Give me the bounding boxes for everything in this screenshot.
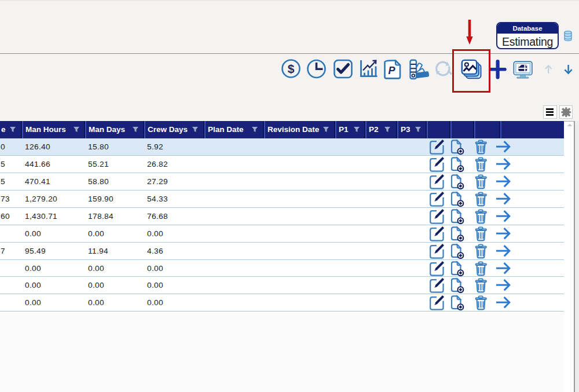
svg-text:$: $ (288, 62, 295, 75)
svg-text:P: P (389, 65, 396, 76)
